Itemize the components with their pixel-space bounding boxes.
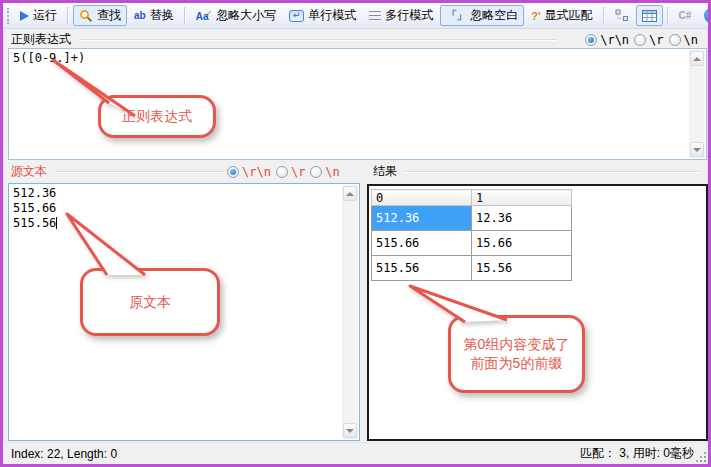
table-header-row: 0 1: [372, 190, 572, 206]
ignore-case-button[interactable]: Aa✓ 忽略大小写: [190, 5, 283, 26]
separator: [67, 7, 69, 25]
arrow-down-icon: [693, 148, 701, 152]
regex-radio-cr[interactable]: \r: [634, 33, 663, 47]
ignore-case-icon: Aa✓: [196, 9, 213, 23]
arrow-up-icon: [346, 192, 354, 196]
multiline-mode-button[interactable]: 多行模式: [363, 5, 439, 26]
regex-radio-crlf[interactable]: \r\n: [585, 33, 629, 47]
callout-text: 第0组内容变成了前面为5的前缀: [457, 335, 576, 373]
groove-line: [405, 171, 700, 173]
scroll-down-button[interactable]: [690, 142, 704, 157]
source-radio-cr[interactable]: \r: [276, 165, 305, 179]
column-header-1[interactable]: 1: [472, 190, 572, 206]
table-cell-selected[interactable]: 512.36: [372, 206, 472, 231]
app-window: 运行 查找 ab 替换 Aa✓ 忽略大小写 ↵ 单行模式 多行模式 「」 忽略空…: [0, 0, 711, 467]
callout-text: 原文本: [129, 293, 171, 312]
table-view-button[interactable]: [636, 5, 663, 26]
tree-view-icon: [615, 9, 629, 22]
help-button[interactable]: ?: [698, 5, 711, 26]
regex-panel-label: 正则表达式: [11, 32, 71, 47]
ignore-case-label: 忽略大小写: [216, 7, 276, 24]
replace-button[interactable]: ab 替换: [128, 5, 180, 26]
callout-text: 正则表达式: [122, 107, 192, 126]
ignore-whitespace-button[interactable]: 「」 忽略空白: [440, 5, 524, 26]
status-match-info: 匹配： 3, 用时: 0毫秒: [580, 445, 694, 462]
result-panel: 0 1 512.36 12.36 515.66 15.66 515.56 15.…: [367, 184, 708, 441]
scroll-up-button[interactable]: [690, 51, 704, 66]
ignore-whitespace-icon: 「」: [446, 8, 466, 23]
status-index-length: Index: 22, Length: 0: [11, 447, 117, 461]
column-header-0[interactable]: 0: [372, 190, 472, 206]
csharp-code-button[interactable]: C#: [673, 5, 698, 26]
radio-icon: [669, 34, 681, 46]
run-icon: [20, 11, 29, 21]
scroll-up-button[interactable]: [343, 186, 357, 201]
singleline-mode-button[interactable]: ↵ 单行模式: [283, 5, 362, 26]
groove-line: [57, 171, 223, 173]
toolbar-grip[interactable]: [7, 8, 9, 24]
source-text-content: 512.36 515.66 515.56: [9, 184, 359, 233]
explicit-capture-label: 显式匹配: [545, 7, 593, 24]
separator: [603, 7, 605, 25]
table-cell[interactable]: 12.36: [472, 206, 572, 231]
find-label: 查找: [97, 7, 121, 24]
separator: [184, 7, 186, 25]
table-cell[interactable]: 515.56: [372, 256, 472, 281]
table-row: 515.56 15.56: [372, 256, 572, 281]
scroll-down-button[interactable]: [343, 423, 357, 438]
explicit-capture-button[interactable]: ?' 显式匹配: [525, 5, 598, 26]
radio-icon: [634, 34, 646, 46]
run-label: 运行: [33, 7, 57, 24]
run-button[interactable]: 运行: [14, 5, 63, 26]
source-line: 515.66: [13, 201, 355, 216]
find-button[interactable]: 查找: [73, 5, 127, 26]
replace-icon: ab: [134, 10, 146, 21]
source-line: 512.36: [13, 186, 355, 201]
text-cursor: [56, 217, 57, 229]
singleline-mode-icon: ↵: [289, 10, 304, 22]
arrow-up-icon: [693, 57, 701, 61]
radio-checked-icon: [585, 34, 597, 46]
multiline-mode-icon: [369, 11, 381, 21]
search-icon: [79, 9, 93, 23]
tree-view-button[interactable]: [609, 5, 635, 26]
regex-newline-options: \r\n \r \n: [585, 32, 698, 47]
callout-source-bubble: 原文本: [80, 268, 220, 336]
source-radio-crlf[interactable]: \r\n: [227, 165, 271, 179]
singleline-mode-label: 单行模式: [308, 7, 356, 24]
radio-icon: [310, 166, 322, 178]
status-bar: Index: 22, Length: 0 匹配： 3, 用时: 0毫秒: [3, 442, 708, 464]
table-row: 515.66 15.66: [372, 231, 572, 256]
toolbar: 运行 查找 ab 替换 Aa✓ 忽略大小写 ↵ 单行模式 多行模式 「」 忽略空…: [3, 3, 708, 29]
source-radio-lf[interactable]: \n: [310, 165, 339, 179]
callout-regex-bubble: 正则表达式: [98, 95, 216, 138]
source-scrollbar[interactable]: [342, 185, 358, 439]
explicit-capture-icon: ?': [531, 10, 540, 22]
regex-pattern-text: 5([0-9.]+): [9, 49, 706, 68]
result-panel-label: 结果: [373, 164, 397, 179]
replace-label: 替换: [150, 7, 174, 24]
table-cell[interactable]: 15.56: [472, 256, 572, 281]
ignore-whitespace-label: 忽略空白: [470, 7, 518, 24]
table-view-icon: [642, 10, 657, 22]
multiline-mode-label: 多行模式: [385, 7, 433, 24]
radio-icon: [276, 166, 288, 178]
csharp-icon: C#: [679, 10, 692, 21]
regex-scrollbar[interactable]: [689, 50, 705, 158]
radio-checked-icon: [227, 166, 239, 178]
groove-line: [79, 39, 556, 41]
result-table: 0 1 512.36 12.36 515.66 15.66 515.56 15.…: [371, 189, 572, 281]
table-cell[interactable]: 515.66: [372, 231, 472, 256]
help-icon: ?: [704, 8, 711, 23]
source-panel-label: 源文本: [11, 164, 47, 179]
source-line: 515.56: [13, 216, 355, 231]
table-row: 512.36 12.36: [372, 206, 572, 231]
table-cell[interactable]: 15.66: [472, 231, 572, 256]
arrow-down-icon: [346, 429, 354, 433]
source-newline-options: \r\n \r \n: [227, 164, 340, 179]
separator: [667, 7, 669, 25]
callout-result-bubble: 第0组内容变成了前面为5的前缀: [448, 315, 585, 393]
regex-radio-lf[interactable]: \n: [669, 33, 698, 47]
